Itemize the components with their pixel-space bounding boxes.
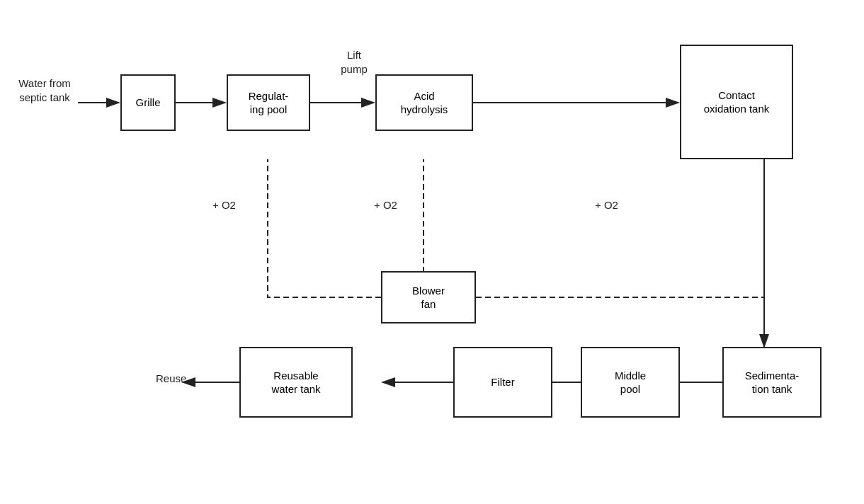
reusable-water-tank-label: Reusablewater tank <box>271 369 320 396</box>
acid-hydrolysis-label: Acidhydrolysis <box>401 89 448 117</box>
lift-pump-label: Liftpump <box>329 48 379 76</box>
reuse-label: Reuse <box>156 372 186 386</box>
regulating-pool-label: Regulat-ing pool <box>249 89 289 117</box>
blower-fan-box: Blowerfan <box>381 271 476 323</box>
o2-label-1: + O2 <box>212 198 236 212</box>
sedimentation-box: Sedimenta-tion tank <box>722 347 822 418</box>
contact-oxidation-label: Contactoxidation tank <box>704 88 770 116</box>
filter-box: Filter <box>453 347 552 418</box>
middle-pool-box: Middlepool <box>581 347 680 418</box>
sedimentation-label: Sedimenta-tion tank <box>745 369 800 396</box>
reusable-water-tank-box: Reusablewater tank <box>239 347 353 418</box>
blower-fan-label: Blowerfan <box>412 284 445 311</box>
o2-label-2: + O2 <box>374 198 397 212</box>
o2-label-3: + O2 <box>595 198 618 212</box>
grille-label: Grille <box>135 96 160 110</box>
filter-label: Filter <box>491 375 514 389</box>
middle-pool-label: Middlepool <box>615 369 646 396</box>
acid-hydrolysis-box: Acidhydrolysis <box>375 74 473 131</box>
regulating-pool-box: Regulat-ing pool <box>227 74 310 131</box>
contact-oxidation-box: Contactoxidation tank <box>680 45 793 159</box>
grille-box: Grille <box>120 74 176 131</box>
diagram: Water fromseptic tank Grille Liftpump Re… <box>0 0 864 504</box>
source-label: Water fromseptic tank <box>13 76 76 104</box>
